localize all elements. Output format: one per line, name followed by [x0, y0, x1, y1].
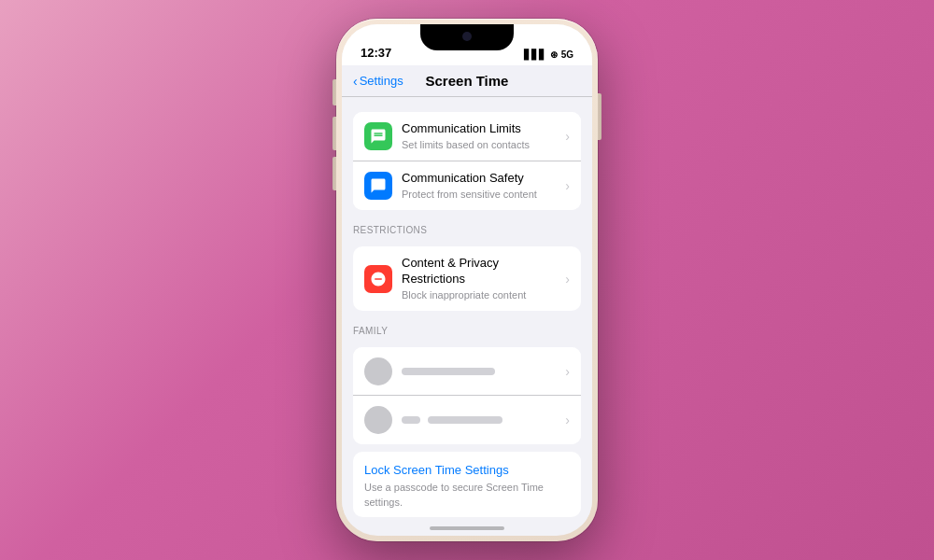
content-privacy-subtitle: Block inappropriate content	[402, 288, 561, 301]
chevron-right-icon-5: ›	[565, 413, 570, 427]
restrictions-group: Content & Privacy Restrictions Block ina…	[353, 246, 581, 311]
family-name-short	[402, 416, 420, 424]
back-button[interactable]: ‹ Settings	[353, 74, 403, 89]
chevron-right-icon: ›	[565, 129, 570, 144]
power-button[interactable]	[598, 93, 601, 140]
silent-switch[interactable]	[333, 79, 336, 105]
camera	[462, 32, 472, 41]
content-privacy-icon	[364, 265, 392, 293]
lock-screen-description: Use a passcode to secure Screen Time set…	[364, 481, 570, 510]
volume-up-button[interactable]	[333, 117, 336, 150]
phone-device: 12:37 ▋▋▋ ⊛ 5G ‹ Settings Screen Time	[336, 19, 598, 541]
avatar-2	[364, 406, 392, 434]
chevron-right-icon-2: ›	[565, 178, 570, 193]
page-title: Screen Time	[426, 73, 509, 89]
status-time: 12:37	[361, 46, 391, 60]
communication-safety-subtitle: Protect from sensitive content	[402, 188, 561, 201]
family-label: FAMILY	[342, 318, 592, 340]
communication-safety-icon	[364, 172, 392, 200]
back-label: Settings	[360, 74, 403, 88]
navigation-bar: ‹ Settings Screen Time	[342, 65, 592, 97]
communication-group: Communication Limits Set limits based on…	[353, 112, 581, 210]
avatar-1	[364, 357, 392, 385]
content-privacy-text: Content & Privacy Restrictions Block ina…	[402, 256, 561, 301]
family-name-row	[402, 416, 561, 424]
communication-safety-item[interactable]: Communication Safety Protect from sensit…	[353, 161, 581, 210]
volume-down-button[interactable]	[333, 157, 336, 190]
content-privacy-item[interactable]: Content & Privacy Restrictions Block ina…	[353, 246, 581, 311]
back-chevron-icon: ‹	[353, 74, 358, 89]
scroll-content[interactable]: Communication Limits Set limits based on…	[342, 97, 592, 525]
family-member-2-name	[402, 416, 561, 424]
family-name-blur-1	[402, 368, 495, 375]
lock-screen-group: Lock Screen Time Settings Use a passcode…	[353, 452, 581, 517]
communication-limits-title: Communication Limits	[402, 121, 561, 137]
battery-label: 5G	[561, 49, 573, 60]
signal-icon: ▋▋▋	[524, 49, 546, 60]
notch	[420, 24, 514, 50]
communication-safety-text: Communication Safety Protect from sensit…	[402, 171, 561, 201]
communication-limits-subtitle: Set limits based on contacts	[402, 138, 561, 151]
family-member-2[interactable]: ›	[353, 396, 581, 444]
restrictions-label: RESTRICTIONS	[342, 217, 592, 239]
chevron-right-icon-4: ›	[565, 364, 570, 379]
content-privacy-title: Content & Privacy Restrictions	[402, 256, 561, 287]
family-member-1-name	[402, 368, 561, 375]
status-bar: 12:37 ▋▋▋ ⊛ 5G	[342, 24, 592, 65]
home-indicator[interactable]	[430, 526, 504, 530]
status-icons: ▋▋▋ ⊛ 5G	[524, 49, 573, 60]
lock-screen-link[interactable]: Lock Screen Time Settings	[364, 463, 570, 477]
wifi-icon: ⊛	[550, 49, 558, 60]
communication-limits-icon	[364, 122, 392, 150]
communication-limits-text: Communication Limits Set limits based on…	[402, 121, 561, 151]
lock-screen-section: Lock Screen Time Settings Use a passcode…	[353, 452, 581, 517]
communication-safety-title: Communication Safety	[402, 171, 561, 187]
family-group: › ›	[353, 347, 581, 444]
phone-screen: 12:37 ▋▋▋ ⊛ 5G ‹ Settings Screen Time	[342, 24, 592, 536]
family-name-blur-2	[428, 416, 502, 424]
communication-limits-item[interactable]: Communication Limits Set limits based on…	[353, 112, 581, 161]
chevron-right-icon-3: ›	[565, 272, 570, 287]
family-member-1[interactable]: ›	[353, 347, 581, 396]
